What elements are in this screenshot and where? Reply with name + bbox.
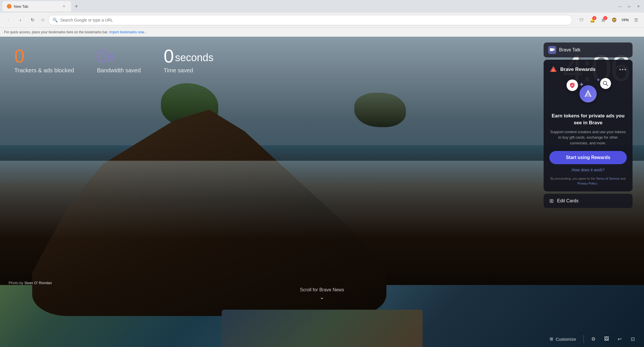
edit-cards-label: Edit Cards	[557, 198, 579, 203]
images-icon: 🖼	[604, 336, 609, 342]
bookmark-star-icon[interactable]: ☆	[40, 16, 46, 24]
time-unit: seconds	[175, 52, 213, 63]
tab-count-badge: 1	[603, 16, 607, 20]
terms-text: By proceeding, you agree to the Terms of…	[549, 176, 627, 186]
trackers-label: Trackers & ads blocked	[14, 67, 74, 74]
close-window-button[interactable]: ✕	[635, 3, 642, 10]
rewards-title-row: Brave Rewards	[549, 65, 596, 73]
rewards-main-text: Earn tokens for private ads you see in B…	[549, 113, 627, 126]
bookmarks-prompt-text: For quick access, place your bookmarks h…	[4, 30, 108, 34]
time-stat: 0seconds Time saved	[164, 47, 214, 74]
address-bar[interactable]: 🔍	[48, 15, 572, 25]
new-tab-button[interactable]: +	[71, 1, 81, 11]
rewards-header: Brave Rewards •••	[549, 65, 627, 73]
shield-float-icon	[567, 80, 578, 91]
rewards-title: Brave Rewards	[560, 67, 596, 72]
title-bar: New Tab × + — ▭ ✕	[0, 0, 644, 13]
bat-logo-icon	[549, 65, 557, 73]
tabs-area: New Tab × +	[2, 1, 612, 11]
bandwidth-label: Bandwidth saved	[97, 67, 141, 74]
photo-credit-link[interactable]: Sean O' Riordan	[24, 281, 52, 285]
vpn-label: VPN	[622, 18, 629, 22]
new-tab-content: 0 Trackers & ads blocked 0B Bandwidth sa…	[0, 37, 644, 347]
history-toolbar-button[interactable]: ↩	[614, 334, 625, 344]
images-toolbar-button[interactable]: 🖼	[601, 334, 612, 344]
vpn-button[interactable]: VPN	[620, 15, 630, 25]
window-toolbar-button[interactable]: ⊡	[627, 334, 638, 344]
tab-title: New Tab	[14, 4, 28, 9]
stats-overlay: 0 Trackers & ads blocked 0B Bandwidth sa…	[14, 47, 213, 74]
brave-talk-icon	[548, 46, 556, 54]
minimize-button[interactable]: —	[616, 3, 623, 10]
tab-favicon	[7, 4, 11, 9]
back-button[interactable]: ‹	[3, 15, 13, 25]
window-controls: — ▭ ✕	[616, 3, 642, 10]
history-icon: ↩	[618, 336, 622, 342]
reload-button[interactable]: ↻	[28, 15, 37, 25]
photo-credit: Photo by Sean O' Riordan	[9, 281, 52, 285]
edit-cards-button[interactable]: ⊞ Edit Cards	[544, 194, 633, 208]
search-icon: 🔍	[52, 18, 58, 23]
how-it-works-link[interactable]: How does it work?	[549, 168, 627, 172]
menu-button[interactable]: ☰	[631, 15, 641, 25]
maximize-button[interactable]: ▭	[626, 3, 633, 10]
rewards-sub-text: Support content creators and use your to…	[549, 129, 627, 146]
brave-talk-label: Brave Talk	[559, 47, 580, 53]
scroll-chevron-icon: ⌄	[300, 294, 344, 301]
settings-toolbar-button[interactable]: ⚙	[588, 334, 599, 344]
scroll-news-button[interactable]: Scroll for Brave News ⌄	[300, 287, 344, 301]
notification-badge: 1	[592, 16, 596, 20]
svg-rect-0	[550, 48, 553, 51]
active-tab[interactable]: New Tab ×	[2, 1, 71, 11]
brave-shield-icon[interactable]: 🛡	[577, 15, 586, 25]
svg-line-8	[606, 84, 608, 86]
time-label: Time saved	[164, 67, 214, 74]
bottom-toolbar: ⊞ Customize ⚙ 🖼 ↩ ⊡	[0, 331, 644, 347]
rewards-menu-button[interactable]: •••	[619, 66, 627, 73]
trackers-count: 0	[14, 47, 74, 65]
profile-icon[interactable]: 🦁	[610, 15, 619, 25]
terms-of-service-link[interactable]: Terms of Service	[596, 177, 620, 180]
rewards-illustration: ✦ ✦	[549, 78, 627, 110]
tab-grid-icon[interactable]: ⊞ 1	[599, 15, 608, 25]
scroll-news-label: Scroll for Brave News	[300, 287, 344, 292]
brave-talk-button[interactable]: Brave Talk	[544, 42, 633, 57]
window-icon: ⊡	[631, 336, 635, 342]
notifications-icon[interactable]: 🔔 1	[588, 15, 597, 25]
bookmarks-bar: For quick access, place your bookmarks h…	[0, 28, 644, 37]
customize-label: Customize	[556, 337, 576, 342]
import-bookmarks-link[interactable]: Import bookmarks now...	[109, 30, 147, 34]
tab-close-button[interactable]: ×	[61, 4, 67, 9]
trackers-stat: 0 Trackers & ads blocked	[14, 47, 74, 74]
island-right	[354, 93, 406, 127]
toolbar-divider	[583, 335, 584, 343]
plus-icon-2: ✦	[596, 77, 600, 83]
float-icons: ✦ ✦	[565, 80, 611, 108]
edit-cards-icon: ⊞	[549, 198, 554, 204]
search-float-icon	[600, 78, 611, 89]
nav-bar: ‹ › ↻ ☆ 🔍 🛡 🔔 1 ⊞ 1 🦁 VPN	[0, 13, 644, 28]
forward-button[interactable]: ›	[15, 15, 25, 25]
right-panel: Brave Talk Brave Rewards •••	[544, 42, 633, 208]
bandwidth-unit: B	[107, 52, 114, 63]
settings-icon: ⚙	[591, 336, 596, 342]
start-rewards-button[interactable]: Start using Rewards	[549, 151, 627, 164]
bandwidth-stat: 0B Bandwidth saved	[97, 47, 141, 74]
svg-marker-1	[553, 48, 554, 51]
time-count: 0seconds	[164, 47, 214, 65]
url-input[interactable]	[60, 18, 568, 22]
browser-chrome: New Tab × + — ▭ ✕ ‹ › ↻ ☆ 🔍 🛡 🔔 1	[0, 0, 644, 37]
customize-icon: ⊞	[550, 336, 553, 342]
bat-center-icon	[579, 85, 597, 102]
toolbar-icons: 🛡 🔔 1 ⊞ 1 🦁 VPN ☰	[577, 15, 641, 25]
bandwidth-count: 0B	[97, 47, 141, 65]
rewards-panel: Brave Rewards ••• ✦ ✦	[544, 60, 633, 191]
customize-button[interactable]: ⊞ Customize	[546, 335, 579, 343]
privacy-policy-link[interactable]: Privacy Policy	[577, 182, 597, 185]
